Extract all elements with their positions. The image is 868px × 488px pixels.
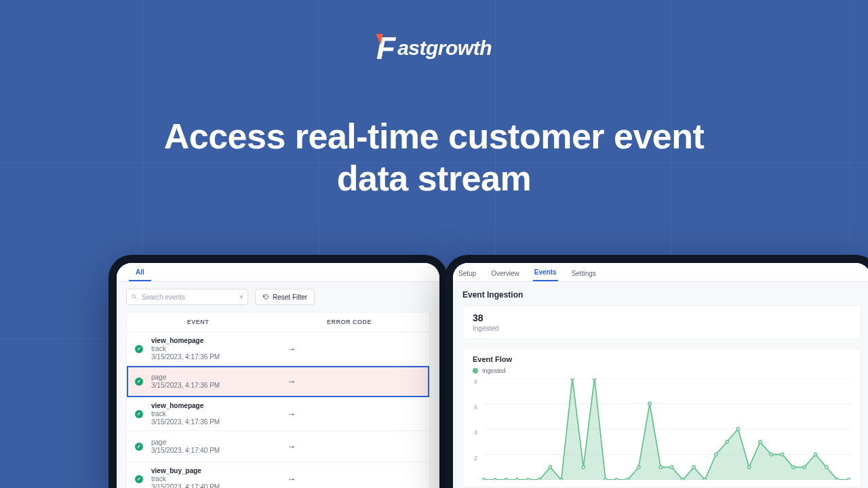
svg-point-12: [538, 479, 540, 480]
event-timestamp: 3/15/2023, 4:17:36 PM: [151, 382, 280, 389]
tab-settings[interactable]: Settings: [570, 266, 597, 281]
svg-point-13: [549, 466, 551, 469]
status-success-icon: [135, 345, 143, 353]
brand-mark: F: [376, 30, 395, 66]
events-panel: All Search events × Reset Filter EVENT E…: [108, 255, 448, 488]
events-table-head: EVENT ERROR CODE: [127, 312, 429, 332]
svg-point-34: [781, 453, 783, 456]
svg-point-14: [560, 479, 563, 480]
svg-point-26: [692, 466, 695, 469]
events-table: EVENT ERROR CODE view_homepagetrack3/15/…: [126, 312, 430, 488]
chart-svg: [473, 378, 851, 480]
legend-ingested-label: Ingested: [482, 367, 506, 374]
legend-dot-icon: [473, 368, 478, 373]
search-input[interactable]: Search events ×: [126, 289, 248, 305]
y-tick: 6: [474, 404, 477, 411]
event-timestamp: 3/15/2023, 4:17:40 PM: [151, 447, 280, 454]
svg-point-7: [483, 479, 486, 480]
status-success-icon: [135, 410, 143, 418]
svg-point-22: [648, 402, 651, 405]
svg-point-38: [825, 466, 828, 469]
svg-point-35: [792, 466, 795, 469]
y-tick: 2: [474, 455, 477, 462]
svg-point-27: [703, 479, 706, 480]
page-headline: Access real-time customer event data str…: [129, 115, 739, 200]
kpi-label: Ingested: [473, 325, 851, 332]
svg-point-18: [604, 479, 607, 480]
svg-point-32: [759, 441, 762, 444]
arrow-right-icon: →: [287, 376, 296, 386]
event-cell: page3/15/2023, 4:17:36 PM: [151, 373, 280, 389]
search-icon: [131, 293, 138, 300]
svg-point-9: [505, 479, 507, 480]
svg-point-19: [615, 479, 618, 480]
svg-point-23: [659, 466, 662, 469]
event-kind: track: [151, 475, 280, 483]
event-name: view_homepage: [151, 337, 280, 344]
kpi-card: 38 Ingested: [462, 305, 861, 340]
svg-point-25: [682, 479, 684, 480]
svg-point-40: [847, 479, 850, 480]
chart-legend: Ingested: [473, 367, 851, 374]
event-timestamp: 3/15/2023, 4:17:36 PM: [151, 353, 280, 361]
tab-events[interactable]: Events: [533, 264, 558, 281]
chart-title: Event Flow: [473, 355, 851, 363]
svg-point-24: [671, 466, 673, 469]
svg-point-16: [582, 466, 585, 469]
svg-point-11: [527, 479, 530, 480]
arrow-right-icon: →: [287, 474, 296, 484]
col-error-code: ERROR CODE: [269, 312, 429, 331]
arrow-right-icon: →: [287, 441, 296, 451]
status-success-icon: [135, 475, 143, 483]
search-placeholder: Search events: [142, 293, 185, 301]
event-timestamp: 3/15/2023, 4:17:36 PM: [151, 418, 280, 426]
svg-point-28: [715, 453, 717, 456]
kpi-value: 38: [473, 312, 851, 323]
reset-filter-label: Reset Filter: [273, 293, 307, 301]
event-kind: page: [151, 439, 280, 446]
svg-point-15: [571, 378, 574, 380]
filter-bar: Search events × Reset Filter: [117, 282, 439, 312]
event-timestamp: 3/15/2023, 4:17:40 PM: [151, 483, 280, 488]
event-kind: page: [151, 373, 280, 381]
svg-point-33: [770, 453, 772, 456]
event-cell: view_buy_pagetrack3/15/2023, 4:17:40 PM: [151, 467, 280, 488]
chart-card: Event Flow Ingested 8 6 4 2: [462, 348, 861, 487]
section-title: Event Ingestion: [453, 282, 868, 305]
event-cell: view_homepagetrack3/15/2023, 4:17:36 PM: [151, 402, 280, 426]
col-event: EVENT: [127, 312, 269, 331]
svg-point-20: [626, 479, 629, 480]
tab-overview[interactable]: Overview: [490, 266, 521, 281]
brand-logo: F astgrowth: [376, 30, 492, 66]
status-success-icon: [135, 378, 143, 386]
events-tabs: All: [117, 263, 439, 282]
event-cell: page3/15/2023, 4:17:40 PM: [151, 439, 280, 454]
ingestion-panel: Setup Overview Events Settings Event Ing…: [445, 255, 868, 488]
status-success-icon: [135, 443, 143, 451]
svg-point-37: [814, 453, 816, 456]
svg-point-36: [803, 466, 806, 469]
svg-point-39: [836, 479, 839, 480]
event-name: view_buy_page: [151, 467, 280, 474]
svg-line-1: [135, 298, 137, 300]
svg-point-17: [593, 378, 596, 380]
tab-setup[interactable]: Setup: [457, 266, 477, 281]
ingestion-tabs: Setup Overview Events Settings: [453, 263, 868, 282]
table-row[interactable]: view_buy_pagetrack3/15/2023, 4:17:40 PM→: [127, 462, 429, 488]
arrow-right-icon: →: [287, 344, 296, 354]
reset-filter-button[interactable]: Reset Filter: [255, 289, 315, 305]
table-row[interactable]: page3/15/2023, 4:17:36 PM→: [127, 366, 429, 397]
clear-search-icon[interactable]: ×: [239, 293, 243, 301]
event-kind: track: [151, 345, 280, 352]
tab-all[interactable]: All: [129, 264, 151, 281]
arrow-right-icon: →: [287, 409, 296, 419]
table-row[interactable]: view_homepagetrack3/15/2023, 4:17:36 PM→: [127, 397, 429, 431]
event-cell: view_homepagetrack3/15/2023, 4:17:36 PM: [151, 337, 280, 361]
y-tick: 4: [474, 429, 477, 436]
event-name: view_homepage: [151, 402, 280, 409]
svg-point-8: [494, 479, 496, 480]
table-row[interactable]: page3/15/2023, 4:17:40 PM→: [127, 431, 429, 462]
reset-icon: [262, 293, 269, 300]
brand-name: astgrowth: [397, 37, 492, 60]
table-row[interactable]: view_homepagetrack3/15/2023, 4:17:36 PM→: [127, 332, 429, 366]
